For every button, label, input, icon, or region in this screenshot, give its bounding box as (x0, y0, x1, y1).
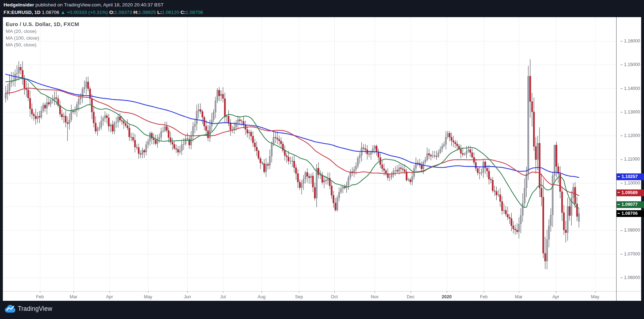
tick-dash (620, 254, 623, 254)
price-tick-text: 1.07000 (624, 252, 640, 257)
ohlc-value: 1.08120 (162, 10, 179, 15)
footer-bar: TradingView (0, 301, 644, 319)
author-name: HedgeInsider (4, 2, 34, 7)
tick-dash (620, 112, 623, 112)
tick-dash (620, 160, 623, 160)
legend-indicator-row[interactable]: MA (100, close) (6, 35, 79, 41)
ohlc-value: 1.08925 (138, 10, 156, 15)
price-tick-text: 1.11000 (624, 157, 640, 162)
tick-dash (620, 231, 623, 231)
tick-dash (620, 136, 623, 136)
price-tick-label[interactable]: 1.06000 (620, 275, 644, 280)
tick-dash (620, 41, 623, 41)
tradingview-logo-icon[interactable] (4, 304, 16, 314)
last-price-badge: 1.08706 (617, 210, 644, 217)
ohlc-value: 1.08373 (115, 10, 132, 15)
price-tick-label[interactable]: 1.13000 (620, 109, 644, 115)
ohlc-label: C: (179, 10, 186, 15)
price-tick-label[interactable]: 1.14000 (620, 86, 644, 91)
time-axis-label[interactable]: Nov (371, 294, 379, 300)
change-up-arrow-icon: ▲ (61, 10, 65, 15)
chart-panel[interactable]: Euro / U.S. Dollar, 1D, FXCM MA (20, clo… (3, 17, 641, 301)
tradingview-snapshot: HedgeInsider published on TradingView.co… (0, 0, 644, 319)
time-axis-label[interactable]: Jun (184, 294, 191, 300)
time-axis-label[interactable]: Dec (407, 294, 415, 300)
tick-dash (620, 88, 623, 89)
ohlc-label: O: (109, 10, 115, 15)
price-tick-text: 1.15000 (624, 62, 640, 67)
chart-legend: Euro / U.S. Dollar, 1D, FXCM MA (20, clo… (6, 21, 79, 48)
ohlc-values: O:1.08373 H:1.08925 L:1.08120 C:1.08706 (109, 10, 203, 15)
price-tick-text: 1.12000 (624, 133, 640, 138)
tick-dash (620, 183, 623, 183)
last-price: 1.08706 (42, 10, 59, 15)
price-tick-text: 1.16000 (624, 39, 640, 44)
badge-dash (618, 176, 620, 177)
time-axis-label[interactable]: Apr (552, 294, 559, 300)
price-change: +0.00333 (+0.31%) (67, 10, 108, 15)
legend-indicator-row[interactable]: MA (20, close) (6, 28, 79, 35)
badge-dash (618, 213, 620, 214)
time-axis-label[interactable]: Mar (515, 294, 523, 300)
symbol-status-line: FX:EURUSD, 1D 1.08706 ▲ +0.00333 (+0.31%… (4, 10, 203, 15)
price-tick-text: 1.14000 (624, 86, 640, 91)
price-tick-label[interactable]: 1.11000 (620, 156, 644, 162)
price-tick-label[interactable]: 1.07000 (620, 251, 644, 257)
time-axis-label[interactable]: Sep (295, 294, 303, 300)
tradingview-brand-text[interactable]: TradingView (18, 305, 52, 313)
price-tick-label[interactable]: 1.15000 (620, 62, 644, 67)
price-tick-label[interactable]: 1.10000 (620, 180, 644, 186)
time-axis-label[interactable]: May (144, 294, 152, 300)
ma-20-price-badge: 1.09077 (617, 201, 644, 208)
time-axis-label[interactable]: Oct (331, 294, 338, 300)
badge-dash (618, 204, 620, 205)
tick-dash (620, 278, 623, 278)
chart-title[interactable]: Euro / U.S. Dollar, 1D, FXCM (6, 21, 79, 28)
badge-dash (618, 192, 620, 193)
ohlc-label: H: (132, 10, 138, 15)
publish-byline: HedgeInsider published on TradingView.co… (4, 2, 164, 7)
candlestick-chart-canvas[interactable] (3, 17, 641, 301)
symbol-interval: FX:EURUSD, 1D (4, 10, 41, 15)
price-tick-label[interactable]: 1.12000 (620, 133, 644, 138)
price-tick-label[interactable]: 1.08000 (620, 227, 644, 233)
legend-indicator-row[interactable]: MA (50, close) (6, 42, 79, 48)
price-tick-label[interactable]: 1.16000 (620, 38, 644, 44)
badge-price-text: 1.09589 (622, 190, 638, 195)
ma-50-price-badge: 1.09589 (617, 189, 644, 196)
time-axis-label[interactable]: May (591, 294, 599, 300)
byline-text: published on TradingView.com, April 18, … (34, 2, 164, 7)
price-tick-text: 1.13000 (624, 110, 640, 115)
time-axis-label[interactable]: Aug (258, 294, 265, 300)
time-axis-label[interactable]: Apr (106, 294, 113, 300)
tick-dash (620, 65, 623, 65)
price-tick-text: 1.08000 (624, 228, 640, 233)
badge-price-text: 1.09077 (622, 202, 638, 207)
ma-100-price-badge: 1.10257 (617, 173, 644, 180)
price-tick-text: 1.10000 (624, 181, 640, 186)
price-tick-text: 1.06000 (624, 275, 640, 280)
time-axis-label[interactable]: 2020 (442, 294, 452, 300)
ohlc-label: L: (156, 10, 162, 15)
time-axis-label[interactable]: Mar (70, 294, 77, 300)
time-axis-label[interactable]: Feb (36, 294, 44, 300)
ohlc-value: 1.08706 (186, 10, 203, 15)
time-axis-label[interactable]: Jul (220, 294, 226, 300)
badge-price-text: 1.10257 (622, 174, 638, 179)
time-axis-label[interactable]: Feb (480, 294, 488, 300)
badge-price-text: 1.08706 (622, 211, 638, 216)
